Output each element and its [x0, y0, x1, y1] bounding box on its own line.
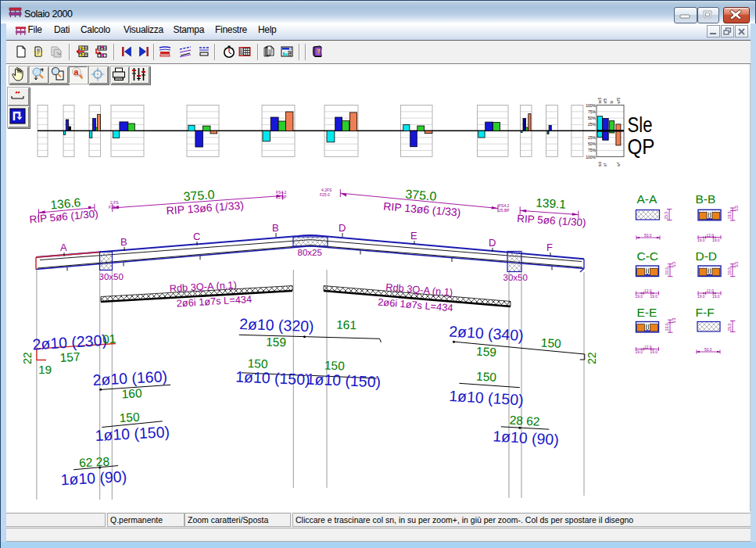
svg-text:wf5: wf5	[616, 98, 621, 104]
svg-text:D-D: D-D	[696, 249, 718, 263]
svg-text:150: 150	[540, 336, 561, 350]
svg-text:sc5: sc5	[597, 98, 602, 104]
svg-text:50%: 50%	[588, 141, 597, 146]
svg-text:E: E	[410, 230, 417, 242]
svg-text:wf: wf	[616, 162, 621, 167]
svg-text:sf5: sf5	[603, 98, 607, 104]
svg-text:sf: sf	[603, 163, 607, 167]
svg-text:B: B	[120, 236, 127, 248]
svg-text:25%: 25%	[588, 122, 597, 127]
svg-text:62 28: 62 28	[79, 454, 110, 469]
svg-text:a: a	[74, 67, 79, 77]
svg-text:F25.0: F25.0	[320, 192, 330, 197]
svg-text:1ø10 (150): 1ø10 (150)	[235, 368, 310, 389]
svg-text:22: 22	[21, 352, 34, 364]
svg-text:B-B: B-B	[696, 192, 716, 206]
svg-text:30x50: 30x50	[503, 273, 528, 282]
svg-text:1ø10 (150): 1ø10 (150)	[306, 371, 381, 391]
svg-text:F25.0: F25.0	[109, 205, 119, 210]
svg-text:c: c	[81, 73, 83, 77]
svg-text:157: 157	[59, 349, 81, 364]
svg-text:C: C	[193, 231, 200, 242]
svg-text:150: 150	[476, 370, 497, 384]
svg-text:F-F: F-F	[696, 306, 715, 319]
svg-text:150: 150	[119, 410, 140, 424]
svg-text:sci: sci	[597, 162, 602, 167]
svg-text:lo: lo	[609, 100, 614, 103]
svg-text:75%: 75%	[588, 148, 597, 152]
svg-text:80x25: 80x25	[298, 248, 322, 257]
svg-text:19: 19	[38, 363, 52, 376]
svg-text:RIP 5ø6 (1/30): RIP 5ø6 (1/30)	[29, 208, 99, 226]
svg-text:1ø10 (150): 1ø10 (150)	[449, 387, 524, 408]
svg-text:159: 159	[266, 335, 286, 349]
svg-text:F: F	[546, 242, 553, 253]
svg-text:1ø10 (90): 1ø10 (90)	[493, 428, 560, 449]
svg-text:25%: 25%	[588, 135, 597, 140]
svg-text:B: B	[272, 222, 279, 234]
svg-text:RIP 13ø6 (1/33): RIP 13ø6 (1/33)	[166, 199, 244, 217]
svg-text:2ø10 (160): 2ø10 (160)	[92, 367, 167, 389]
svg-text:28 62: 28 62	[509, 414, 540, 428]
svg-text:D: D	[339, 222, 346, 234]
svg-text:30x50: 30x50	[99, 272, 124, 281]
svg-text:1ø10 (90): 1ø10 (90)	[60, 467, 127, 488]
svg-text:2ø10 (340): 2ø10 (340)	[449, 323, 524, 344]
svg-text:?: ?	[317, 48, 321, 55]
svg-text:100%: 100%	[586, 155, 596, 159]
svg-text:375.0: 375.0	[405, 188, 437, 203]
svg-text:E-E: E-E	[637, 306, 657, 319]
svg-text:25.BP: 25.BP	[276, 195, 287, 199]
svg-text:1ø10 (150): 1ø10 (150)	[95, 423, 170, 444]
svg-text:A-A: A-A	[637, 192, 658, 206]
svg-text:159: 159	[476, 345, 497, 359]
svg-text:RIP 13ø6 (1/33): RIP 13ø6 (1/33)	[383, 200, 461, 219]
svg-text:100%: 100%	[586, 103, 596, 108]
svg-text:Sle: Sle	[628, 113, 653, 137]
svg-text:75%: 75%	[588, 109, 597, 114]
svg-text:D: D	[489, 237, 496, 249]
svg-text:C-C: C-C	[637, 249, 659, 263]
svg-text:22: 22	[586, 352, 598, 364]
svg-text:25.BP: 25.BP	[499, 208, 510, 213]
svg-text:50%: 50%	[588, 116, 597, 120]
svg-text:QP: QP	[628, 134, 655, 159]
svg-text:2ø10 (320): 2ø10 (320)	[239, 315, 314, 335]
svg-text:160: 160	[121, 386, 142, 400]
svg-text:161: 161	[336, 318, 357, 332]
svg-text:01: 01	[102, 331, 116, 346]
svg-text:139.1: 139.1	[536, 196, 567, 211]
svg-text:A: A	[60, 242, 67, 253]
